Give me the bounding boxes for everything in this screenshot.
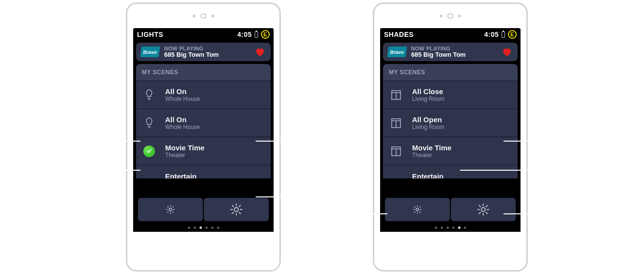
scene-row[interactable]: Entertain — [383, 165, 518, 178]
bulb-icon — [140, 116, 158, 130]
now-playing-card[interactable]: Bravo NOW PLAYING 685 Big Town Tom — [383, 43, 518, 61]
scene-title: Entertain — [165, 172, 267, 178]
callout-line — [504, 141, 542, 142]
scene-row[interactable]: All On Whole House — [136, 81, 271, 109]
scene-subtitle: Living Room — [412, 124, 514, 131]
brightness-down-button[interactable] — [385, 198, 450, 221]
scene-subtitle: Whole House — [165, 124, 267, 131]
svg-line-20 — [232, 212, 233, 214]
check-icon — [140, 145, 158, 157]
shade-icon — [387, 145, 405, 157]
scene-list: All On Whole House All On Whole House — [136, 81, 271, 178]
now-playing-text: NOW PLAYING 685 Big Town Tom — [411, 46, 496, 58]
scene-title: Entertain — [412, 172, 514, 178]
scene-subtitle: Theater — [165, 152, 267, 159]
scene-row[interactable]: All Close Living Room — [383, 81, 518, 109]
callout-line — [119, 170, 140, 171]
scene-title: Movie Time — [165, 144, 267, 152]
clock: 4:05 — [484, 31, 499, 38]
callout-line — [256, 141, 294, 142]
status-bar: LIGHTS 4:05 E — [133, 28, 274, 41]
screen-lights: LIGHTS 4:05 E Bravo NOW PLAYING 685 Big … — [133, 28, 274, 232]
clock: 4:05 — [237, 31, 252, 38]
scene-title: All On — [165, 87, 267, 96]
device-sensor-bar — [374, 4, 526, 28]
scene-list: All Close Living Room All Open Living Ro… — [383, 81, 518, 178]
scene-title: All On — [165, 115, 267, 124]
callout-line — [366, 213, 387, 214]
scene-row[interactable]: Movie Time Theater — [136, 137, 271, 165]
scene-title: Movie Time — [412, 144, 514, 152]
svg-line-11 — [168, 212, 168, 212]
svg-point-4 — [169, 208, 172, 211]
svg-line-39 — [420, 207, 420, 207]
scene-row[interactable]: All On Whole House — [136, 109, 271, 137]
svg-point-13 — [234, 208, 238, 211]
page-indicator — [380, 226, 521, 229]
now-playing-track: 685 Big Town Tom — [411, 51, 496, 58]
device-frame-lights: LIGHTS 4:05 E Bravo NOW PLAYING 685 Big … — [126, 2, 281, 272]
shade-icon — [387, 117, 405, 129]
svg-line-36 — [414, 207, 415, 207]
svg-line-19 — [239, 212, 241, 214]
page-indicator — [133, 226, 274, 229]
battery-icon — [502, 32, 505, 38]
favorite-icon[interactable] — [501, 46, 513, 58]
scene-row[interactable]: Entertain — [136, 165, 271, 178]
brightness-up-button[interactable] — [204, 198, 269, 221]
channel-logo: Bravo — [387, 47, 407, 57]
svg-line-10 — [173, 212, 173, 212]
now-playing-card[interactable]: Bravo NOW PLAYING 685 Big Town Tom — [136, 43, 271, 61]
scene-row[interactable]: Movie Time Theater — [383, 137, 518, 165]
now-playing-text: NOW PLAYING 685 Big Town Tom — [164, 46, 249, 58]
channel-logo: Bravo — [140, 47, 160, 57]
callout-line — [119, 141, 140, 142]
svg-line-9 — [168, 207, 168, 207]
battery-icon — [255, 32, 258, 38]
svg-line-18 — [232, 205, 233, 207]
shade-icon — [387, 89, 405, 101]
scene-subtitle: Whole House — [165, 96, 267, 103]
svg-line-12 — [173, 207, 173, 207]
status-bar: SHADES 4:05 E — [380, 28, 521, 41]
section-header-my-scenes: MY SCENES — [383, 64, 518, 81]
scene-subtitle: Living Room — [412, 96, 514, 103]
brightness-down-button[interactable] — [138, 198, 203, 221]
brightness-action-bar — [138, 198, 269, 221]
section-header-my-scenes: MY SCENES — [136, 64, 271, 81]
svg-line-46 — [486, 212, 488, 214]
svg-line-38 — [414, 212, 415, 212]
device-sensor-bar — [127, 4, 279, 28]
svg-line-48 — [486, 205, 488, 207]
svg-line-21 — [239, 205, 241, 207]
screen-shades: SHADES 4:05 E Bravo NOW PLAYING 685 Big … — [380, 28, 521, 232]
callout-line — [504, 213, 542, 214]
bulb-icon — [140, 88, 158, 102]
page-title: SHADES — [384, 31, 484, 38]
svg-point-31 — [416, 208, 419, 211]
svg-line-47 — [479, 212, 480, 214]
now-playing-track: 685 Big Town Tom — [164, 51, 249, 58]
callout-line — [256, 196, 294, 197]
svg-line-37 — [420, 212, 420, 212]
page-title: LIGHTS — [137, 31, 237, 38]
scene-subtitle: Theater — [412, 152, 514, 159]
scene-row[interactable]: All Open Living Room — [383, 109, 518, 137]
brightness-up-button[interactable] — [451, 198, 516, 221]
svg-point-40 — [481, 208, 485, 211]
brightness-action-bar — [385, 198, 516, 221]
svg-line-45 — [479, 205, 480, 207]
callout-line — [460, 170, 533, 171]
favorite-icon[interactable] — [254, 46, 266, 58]
scene-title: All Close — [412, 87, 514, 96]
device-frame-shades: SHADES 4:05 E Bravo NOW PLAYING 685 Big … — [373, 2, 528, 272]
mode-badge[interactable]: E — [261, 30, 270, 39]
scene-title: All Open — [412, 115, 514, 124]
mode-badge[interactable]: E — [508, 30, 517, 39]
